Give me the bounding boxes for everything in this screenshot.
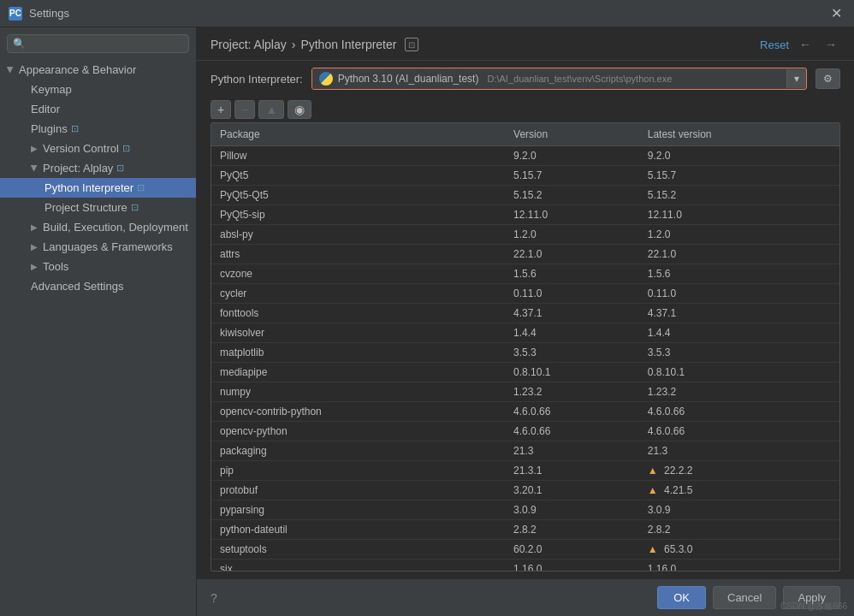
repo-icon-vc: ⊡ — [122, 143, 130, 154]
remove-package-button[interactable]: − — [234, 100, 255, 119]
pkg-version: 5.15.2 — [505, 186, 639, 205]
sidebar-item-label-plugins: Plugins — [31, 122, 68, 135]
pkg-version: 4.6.0.66 — [505, 422, 639, 441]
col-latest: Latest version — [639, 123, 839, 146]
add-package-button[interactable]: + — [211, 100, 231, 119]
nav-back-button[interactable]: ← — [796, 36, 815, 53]
help-button[interactable]: ? — [211, 591, 217, 605]
table-row[interactable]: Pillow9.2.09.2.0 — [211, 146, 839, 166]
table-row[interactable]: opencv-python4.6.0.664.6.0.66 — [211, 422, 839, 441]
pkg-version: 1.16.0 — [505, 560, 639, 572]
pkg-version: 21.3.1 — [505, 461, 639, 481]
pkg-version: 2.8.2 — [505, 520, 639, 540]
table-row[interactable]: opencv-contrib-python4.6.0.664.6.0.66 — [211, 402, 839, 422]
pkg-name: numpy — [211, 382, 505, 402]
sidebar-item-label-languages: Languages & Frameworks — [43, 240, 173, 253]
sidebar-item-appearance[interactable]: ▶ Appearance & Behavior — [0, 60, 196, 80]
pkg-latest: 0.8.10.1 — [639, 363, 839, 382]
table-row[interactable]: kiwisolver1.4.41.4.4 — [211, 323, 839, 343]
eye-button[interactable]: ◉ — [288, 100, 311, 119]
pkg-latest: 5.15.2 — [639, 186, 839, 205]
sidebar-item-label-tools: Tools — [43, 260, 68, 273]
main-layout: 🔍 ▶ Appearance & Behavior Keymap Editor … — [0, 27, 854, 616]
pkg-version: 0.11.0 — [505, 284, 639, 304]
pkg-latest: 1.2.0 — [639, 225, 839, 245]
interpreter-settings-button[interactable]: ⚙ — [815, 68, 840, 89]
expand-arrow-vc: ▶ — [31, 144, 38, 153]
header-actions: Reset ← → — [760, 36, 840, 53]
repo-icon-python: ⊡ — [137, 182, 145, 193]
pkg-latest: ▲ 65.3.0 — [639, 540, 839, 560]
table-row[interactable]: cvzone1.5.61.5.6 — [211, 264, 839, 284]
footer: ? OK Cancel Apply — [197, 578, 854, 616]
sidebar-item-project-structure[interactable]: Project Structure ⊡ — [0, 198, 196, 217]
pkg-latest: 12.11.0 — [639, 205, 839, 225]
pkg-name: fonttools — [211, 304, 505, 323]
pkg-name: mediapipe — [211, 363, 505, 382]
interpreter-dropdown-button[interactable]: ▾ — [786, 69, 806, 88]
sidebar-item-keymap[interactable]: Keymap — [0, 80, 196, 99]
pkg-name: opencv-python — [211, 422, 505, 441]
table-row[interactable]: PyQt5-sip12.11.012.11.0 — [211, 205, 839, 225]
table-row[interactable]: six1.16.01.16.0 — [211, 560, 839, 572]
table-row[interactable]: PyQt5-Qt55.15.25.15.2 — [211, 186, 839, 205]
search-box[interactable]: 🔍 — [7, 34, 189, 53]
sidebar-item-plugins[interactable]: Plugins ⊡ — [0, 119, 196, 139]
table-row[interactable]: PyQt55.15.75.15.7 — [211, 166, 839, 186]
sidebar-item-project-alplay[interactable]: ▶ Project: Alplay ⊡ — [0, 158, 196, 178]
interpreter-select-wrapper[interactable]: Python 3.10 (AI_duanlian_test) D:\AI_dua… — [311, 68, 807, 90]
sidebar-item-languages[interactable]: ▶ Languages & Frameworks — [0, 237, 196, 257]
close-button[interactable]: ✕ — [827, 5, 845, 22]
pkg-latest: 5.15.7 — [639, 166, 839, 186]
interpreter-label: Python Interpreter: — [211, 73, 303, 86]
title-bar: PC Settings ✕ — [0, 0, 854, 27]
pkg-latest: 9.2.0 — [639, 146, 839, 166]
nav-forward-button[interactable]: → — [821, 36, 840, 53]
sidebar-item-label-appearance: Appearance & Behavior — [19, 63, 136, 76]
table-row[interactable]: attrs22.1.022.1.0 — [211, 245, 839, 264]
sidebar-item-label-python: Python Interpreter — [44, 181, 133, 194]
table-row[interactable]: python-dateutil2.8.22.8.2 — [211, 520, 839, 540]
pkg-version: 4.37.1 — [505, 304, 639, 323]
sidebar-item-tools[interactable]: ▶ Tools — [0, 257, 196, 276]
expand-arrow-languages: ▶ — [31, 242, 38, 252]
cancel-button[interactable]: Cancel — [713, 586, 776, 609]
sidebar-item-version-control[interactable]: ▶ Version Control ⊡ — [0, 139, 196, 158]
interpreter-select-display[interactable]: Python 3.10 (AI_duanlian_test) D:\AI_dua… — [312, 68, 786, 89]
up-package-button[interactable]: ▲ — [258, 100, 284, 119]
table-row[interactable]: fonttools4.37.14.37.1 — [211, 304, 839, 323]
pkg-version: 3.20.1 — [505, 481, 639, 500]
pkg-latest: 3.0.9 — [639, 500, 839, 520]
table-row[interactable]: pyparsing3.0.93.0.9 — [211, 500, 839, 520]
col-package: Package — [211, 123, 505, 146]
sidebar-item-python-interpreter[interactable]: Python Interpreter ⊡ — [0, 178, 196, 198]
python-icon — [319, 72, 333, 86]
pkg-name: python-dateutil — [211, 520, 505, 540]
table-row[interactable]: protobuf3.20.1▲ 4.21.5 — [211, 481, 839, 500]
sidebar-item-advanced[interactable]: Advanced Settings — [0, 276, 196, 296]
table-row[interactable]: setuptools60.2.0▲ 65.3.0 — [211, 540, 839, 560]
table-row[interactable]: packaging21.321.3 — [211, 441, 839, 461]
table-row[interactable]: absl-py1.2.01.2.0 — [211, 225, 839, 245]
table-row[interactable]: numpy1.23.21.23.2 — [211, 382, 839, 402]
table-row[interactable]: matplotlib3.5.33.5.3 — [211, 343, 839, 363]
ok-button[interactable]: OK — [657, 586, 706, 609]
reset-button[interactable]: Reset — [760, 38, 789, 51]
upgrade-arrow-icon: ▲ — [648, 484, 661, 496]
pkg-name: protobuf — [211, 481, 505, 500]
pkg-version: 1.4.4 — [505, 323, 639, 343]
expand-arrow-tools: ▶ — [31, 262, 38, 271]
search-input[interactable] — [29, 38, 183, 50]
pkg-version: 1.5.6 — [505, 264, 639, 284]
pkg-version: 0.8.10.1 — [505, 363, 639, 382]
sidebar-item-editor[interactable]: Editor — [0, 99, 196, 119]
sidebar-item-label-advanced: Advanced Settings — [31, 280, 123, 293]
search-icon: 🔍 — [13, 38, 26, 50]
pkg-version: 21.3 — [505, 441, 639, 461]
pkg-version: 5.15.7 — [505, 166, 639, 186]
table-row[interactable]: mediapipe0.8.10.10.8.10.1 — [211, 363, 839, 382]
table-row[interactable]: cycler0.11.00.11.0 — [211, 284, 839, 304]
sidebar-item-build-execution[interactable]: ▶ Build, Execution, Deployment — [0, 217, 196, 237]
table-row[interactable]: pip21.3.1▲ 22.2.2 — [211, 461, 839, 481]
upgrade-arrow-icon: ▲ — [648, 465, 661, 477]
